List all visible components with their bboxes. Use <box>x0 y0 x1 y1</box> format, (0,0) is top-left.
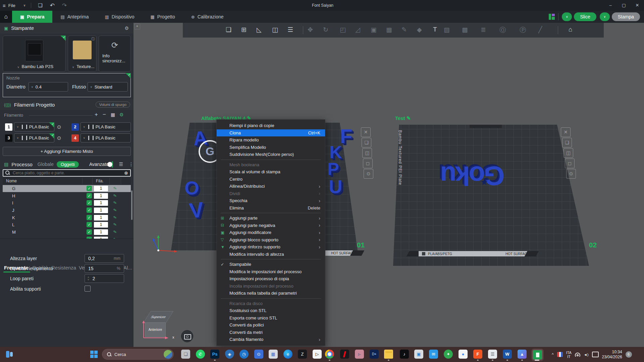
plate-1-delete-icon[interactable]: ✕ <box>361 127 371 137</box>
menu-item-aggiungi-modificatore[interactable]: ▣Aggiungi modificatore› <box>217 229 325 236</box>
file-menu[interactable]: File <box>8 3 15 8</box>
filament-settings-gear-icon[interactable]: ⚙ <box>119 112 124 117</box>
arrange-icon[interactable]: ◫ <box>272 26 278 34</box>
whatsapp-icon[interactable]: ✆ <box>196 350 205 359</box>
z-app-icon[interactable]: Z <box>298 350 307 359</box>
add-filament-icon[interactable]: + <box>95 111 98 118</box>
plate-2-settings-icon[interactable]: ⊙ <box>566 169 576 179</box>
save-icon[interactable]: ❏ <box>38 2 42 8</box>
menu-item-aggiungi-blocco[interactable]: ▽Aggiungi blocco supporto› <box>217 236 325 244</box>
row-checkbox[interactable]: ✓ <box>87 222 92 227</box>
diameter-select[interactable]: ∨0.4 <box>29 82 68 92</box>
menu-item-converti-pollici[interactable]: Converti da pollici <box>217 321 325 329</box>
row-checkbox[interactable]: ✓ <box>87 193 92 198</box>
collapse-sidebar-button[interactable]: « <box>134 23 140 29</box>
table-row[interactable]: K ✓ 1 ✎ <box>3 214 131 221</box>
scope-objects-button[interactable]: Oggetti <box>57 161 79 168</box>
google-app-icon[interactable]: ● <box>459 350 468 359</box>
fuzzy-skin-icon[interactable]: ▨ <box>444 26 450 34</box>
lay-on-face-icon[interactable]: ◿ <box>355 26 360 34</box>
webcam-app-icon[interactable]: ⊙ <box>254 350 263 359</box>
menu-item-scala-volume[interactable]: Scala al volume di stampa <box>217 168 325 176</box>
home-button[interactable]: ⌂ <box>0 11 12 23</box>
tab-progetto[interactable]: ▦ Progetto <box>143 11 183 23</box>
menu-item-suddivisione[interactable]: Suddivisione Mesh(Colore perso) <box>217 151 325 158</box>
row-edit-icon[interactable]: ✎ <box>113 193 117 198</box>
table-scrollbar[interactable] <box>131 190 132 220</box>
menu-item-specchia[interactable]: Specchia› <box>217 197 325 204</box>
table-row[interactable]: J ✓ 1 ✎ <box>3 207 131 214</box>
weather-icon[interactable] <box>164 350 172 359</box>
slice-dropdown[interactable]: ∨ <box>562 12 572 21</box>
tray-app-icon[interactable] <box>557 352 563 357</box>
filament-3-select[interactable]: ∨ PLA Basic ✓ <box>14 133 54 142</box>
row-edit-icon[interactable]: ✎ <box>113 229 117 235</box>
menu-item-ripara[interactable]: Ripara modello <box>217 136 325 144</box>
variable-layer-icon[interactable]: ≣ <box>481 26 486 34</box>
row-filament-input[interactable]: 1 <box>94 222 108 228</box>
list-view-icon[interactable]: ☰ <box>119 162 123 167</box>
menu-item-allinea[interactable]: Allinea/Distribuisci› <box>217 183 325 190</box>
battery-icon[interactable] <box>592 352 599 357</box>
bambu-studio-icon[interactable] <box>532 350 543 360</box>
ams-icon[interactable]: ▦ <box>111 112 115 117</box>
redo-icon[interactable]: ↷ <box>62 2 67 9</box>
prime-video-icon[interactable]: ▷ <box>355 350 364 359</box>
orientation-cube[interactable]: Superiore Anteriore x <box>145 311 174 341</box>
move-tool-icon[interactable]: ✥ <box>308 26 313 34</box>
row-edit-icon[interactable]: ✎ <box>113 222 117 227</box>
search-input[interactable] <box>12 170 114 176</box>
menu-item-stampabile[interactable]: ✓Stampabile <box>217 261 325 268</box>
snapshot-camera-button[interactable] <box>181 330 193 342</box>
print-button[interactable]: Stampa <box>612 12 640 21</box>
close-button[interactable]: ✕ <box>631 0 644 11</box>
plate-2-number[interactable]: 02 <box>589 241 597 249</box>
column-name[interactable]: Nome <box>6 179 17 183</box>
row-filament-input[interactable]: 1 <box>94 193 108 199</box>
printer-card[interactable]: ✓ ∨Bambu Lab P2S <box>3 36 66 72</box>
shield-app-icon[interactable]: ◈ <box>225 350 234 359</box>
remove-filament-icon[interactable]: − <box>103 111 106 118</box>
column-fila[interactable]: Fila. <box>96 179 104 183</box>
infill-density-input[interactable]: 15% <box>85 264 124 273</box>
tiktok-icon[interactable]: ♪ <box>400 350 409 359</box>
menu-item-cambia-filamento[interactable]: Cambia filamento› <box>217 336 325 343</box>
printer-settings-gear-icon[interactable]: ⚙ <box>124 25 129 31</box>
menu-item-modifica-impostazioni[interactable]: Modifica le impostazioni del processo <box>217 268 325 276</box>
disney-plus-icon[interactable]: D+ <box>370 350 379 359</box>
menu-item-sostituisci-stl[interactable]: Sostituisci con STL <box>217 307 325 314</box>
minimize-button[interactable]: – <box>604 0 617 11</box>
row-filament-input[interactable]: 1 <box>94 200 108 206</box>
plate-type-name[interactable]: Texture... <box>76 64 94 69</box>
model-letter[interactable]: U <box>329 176 342 197</box>
menu-item-riempi[interactable]: Riempi il piano di copie <box>217 122 325 129</box>
start-button[interactable] <box>89 350 98 359</box>
layout-grid-icon[interactable] <box>549 14 555 20</box>
rotate-tool-icon[interactable]: ↻ <box>323 26 328 34</box>
tune-icon[interactable]: ⋮ <box>129 162 133 167</box>
tab-dispositivo[interactable]: ▥ Dispositivo <box>97 11 143 23</box>
play-app-icon[interactable]: ▷ <box>313 350 322 359</box>
notification-badge[interactable]: 6 <box>626 351 632 358</box>
model-letter[interactable]: O <box>184 177 200 199</box>
wifi-icon[interactable] <box>575 353 580 357</box>
enable-supports-checkbox[interactable] <box>85 286 91 292</box>
menu-item-aggiungi-parte[interactable]: ⊞Aggiungi parte› <box>217 215 325 222</box>
menu-item-centro[interactable]: Centro <box>217 176 325 183</box>
netflix-icon[interactable] <box>340 350 349 359</box>
model-letter[interactable]: V <box>188 197 205 223</box>
row-edit-icon[interactable]: ✎ <box>113 186 117 191</box>
menu-item-semplifica[interactable]: Semplifica Modello <box>217 144 325 151</box>
row-filament-input[interactable]: 1 <box>94 207 108 213</box>
clock[interactable]: 10:3423/04/2026 <box>602 350 622 360</box>
add-mixed-filament-button[interactable]: + Aggiungi Filamento Misto <box>3 147 131 156</box>
menu-item-aggiungi-parte-negativa[interactable]: ⊟Aggiungi parte negativa› <box>217 222 325 229</box>
assembly-view-icon[interactable]: ⌂ <box>569 26 572 33</box>
taskbar-search[interactable]: Cerca <box>102 349 174 360</box>
menu-item-esporta-stl[interactable]: Esporta come unico STL <box>217 314 325 322</box>
parameter-table-icon[interactable]: Ⓟ <box>520 26 526 35</box>
undo-icon[interactable]: ↶ <box>50 2 55 9</box>
plate-1-lock-icon[interactable]: ◻ <box>363 159 373 168</box>
widgets-icon[interactable] <box>5 350 14 359</box>
table-row-partial[interactable]: ✓ 1 ✎ <box>3 236 131 239</box>
